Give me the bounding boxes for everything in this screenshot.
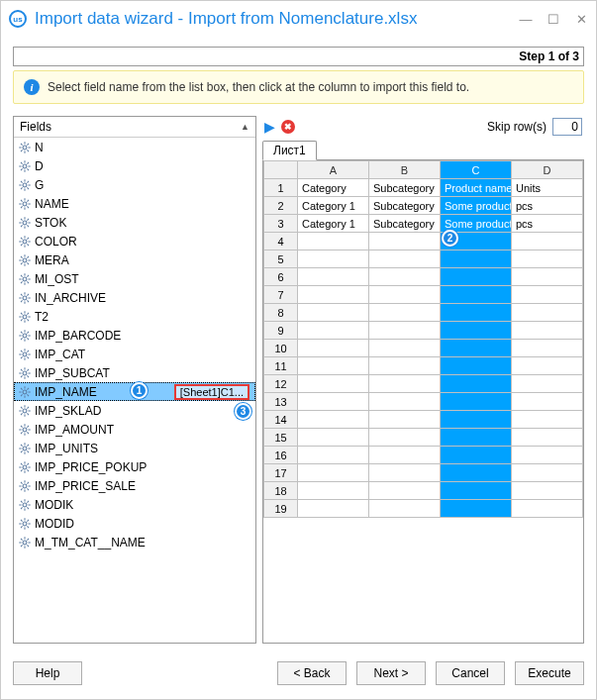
row-header[interactable]: 1 (264, 179, 298, 197)
grid-cell[interactable] (369, 322, 441, 340)
minimize-button[interactable]: — (519, 12, 533, 26)
row-header[interactable]: 10 (264, 340, 298, 357)
field-item[interactable]: T2 (14, 307, 255, 326)
grid-cell[interactable] (512, 500, 583, 518)
grid-cell[interactable] (298, 340, 369, 357)
grid-cell[interactable] (298, 233, 369, 250)
grid-cell[interactable] (369, 482, 441, 500)
field-item[interactable]: IMP_NAME1[Sheet1]C1... (14, 382, 255, 401)
field-item[interactable]: MERA (14, 250, 255, 269)
maximize-button[interactable]: ☐ (547, 12, 560, 26)
grid-cell[interactable] (369, 411, 441, 429)
field-item[interactable]: M_TM_CAT__NAME (14, 533, 255, 551)
grid-cell[interactable] (298, 250, 369, 268)
data-grid[interactable]: ABCD1CategorySubcategoryProduct nameUnit… (263, 160, 584, 518)
grid-cell[interactable] (298, 482, 369, 500)
grid-cell[interactable] (512, 447, 583, 464)
grid-cell[interactable] (441, 357, 512, 375)
grid-cell[interactable] (369, 304, 441, 322)
grid-cell[interactable] (369, 340, 441, 357)
field-item[interactable]: G (14, 175, 255, 194)
row-header[interactable]: 15 (264, 429, 298, 447)
grid-corner[interactable] (264, 161, 298, 179)
grid-container[interactable]: ABCD1CategorySubcategoryProduct nameUnit… (262, 160, 584, 644)
grid-cell[interactable] (441, 250, 512, 268)
grid-cell[interactable] (441, 322, 512, 340)
row-header[interactable]: 9 (264, 322, 298, 340)
grid-cell[interactable] (441, 268, 512, 286)
grid-cell[interactable] (441, 375, 512, 393)
row-header[interactable]: 4 (264, 233, 298, 250)
row-header[interactable]: 18 (264, 482, 298, 500)
row-header[interactable]: 12 (264, 375, 298, 393)
grid-cell[interactable] (369, 429, 441, 447)
row-header[interactable]: 2 (264, 197, 298, 215)
row-header[interactable]: 7 (264, 286, 298, 304)
field-item[interactable]: IMP_PRICE_POKUP (14, 457, 255, 476)
grid-cell[interactable] (298, 304, 369, 322)
grid-cell[interactable]: Some product (441, 197, 512, 215)
grid-cell[interactable] (298, 500, 369, 518)
grid-cell[interactable] (369, 464, 441, 482)
grid-cell[interactable] (298, 393, 369, 411)
field-item[interactable]: IMP_SKLAD (14, 401, 255, 420)
grid-cell[interactable] (512, 393, 583, 411)
grid-cell[interactable]: Category 1 (298, 197, 369, 215)
sheet-tab-active[interactable]: Лист1 (262, 141, 317, 160)
column-header[interactable]: B (369, 161, 441, 179)
grid-cell[interactable] (512, 340, 583, 357)
cancel-button[interactable]: Cancel (436, 661, 505, 685)
row-header[interactable]: 8 (264, 304, 298, 322)
grid-cell[interactable]: pcs (512, 215, 583, 233)
stop-icon[interactable]: ✖ (281, 120, 295, 134)
field-item[interactable]: IMP_CAT (14, 345, 255, 363)
grid-cell[interactable] (512, 482, 583, 500)
grid-cell[interactable] (298, 411, 369, 429)
grid-cell[interactable] (369, 447, 441, 464)
grid-cell[interactable] (441, 429, 512, 447)
execute-button[interactable]: Execute (515, 661, 584, 685)
field-item[interactable]: D (14, 156, 255, 175)
grid-cell[interactable] (441, 482, 512, 500)
grid-cell[interactable]: Subcategory (369, 179, 441, 197)
grid-cell[interactable] (512, 322, 583, 340)
close-button[interactable]: ✕ (574, 12, 588, 26)
column-header[interactable]: C (441, 161, 512, 179)
grid-cell[interactable] (298, 429, 369, 447)
row-header[interactable]: 11 (264, 357, 298, 375)
grid-cell[interactable] (369, 233, 441, 250)
grid-cell[interactable] (512, 304, 583, 322)
grid-cell[interactable] (369, 250, 441, 268)
row-header[interactable]: 13 (264, 393, 298, 411)
grid-cell[interactable] (512, 429, 583, 447)
back-button[interactable]: < Back (277, 661, 347, 685)
row-header[interactable]: 6 (264, 268, 298, 286)
grid-cell[interactable] (441, 340, 512, 357)
field-item[interactable]: IMP_PRICE_SALE (14, 476, 255, 495)
next-button[interactable]: Next > (356, 661, 426, 685)
field-item[interactable]: NAME (14, 194, 255, 213)
field-item[interactable]: MI_OST (14, 269, 255, 288)
grid-cell[interactable] (369, 393, 441, 411)
play-icon[interactable]: ▶ (264, 119, 275, 135)
grid-cell[interactable]: Subcategory (369, 215, 441, 233)
grid-cell[interactable] (369, 268, 441, 286)
field-item[interactable]: IN_ARCHIVE (14, 288, 255, 307)
grid-cell[interactable] (441, 304, 512, 322)
grid-cell[interactable] (512, 411, 583, 429)
grid-cell[interactable] (512, 250, 583, 268)
grid-cell[interactable] (298, 286, 369, 304)
grid-cell[interactable] (441, 447, 512, 464)
grid-cell[interactable]: Units (512, 179, 583, 197)
fields-list[interactable]: NDGNAMESTOKCOLORMERAMI_OSTIN_ARCHIVET2IM… (14, 138, 255, 643)
grid-cell[interactable] (512, 464, 583, 482)
grid-cell[interactable] (441, 286, 512, 304)
grid-cell[interactable] (369, 357, 441, 375)
column-header[interactable]: A (298, 161, 369, 179)
grid-cell[interactable] (369, 286, 441, 304)
grid-cell[interactable]: pcs (512, 197, 583, 215)
field-item[interactable]: MODID (14, 514, 255, 533)
field-item[interactable]: IMP_SUBCAT (14, 363, 255, 382)
grid-cell[interactable] (441, 500, 512, 518)
fields-header[interactable]: Fields ▲ (14, 117, 255, 138)
